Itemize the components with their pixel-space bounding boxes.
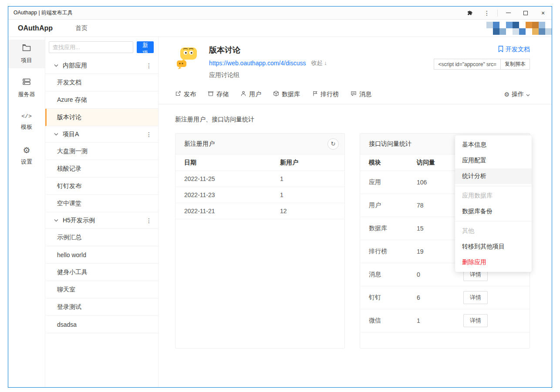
gear-icon: ⚙ [504, 91, 509, 98]
menu-section-other: 其他 [455, 223, 532, 239]
search-input[interactable] [49, 41, 133, 53]
main-content: 版本讨论 https://web.oauthapp.com/4/discuss … [159, 37, 552, 387]
app-header: 版本讨论 https://web.oauthapp.com/4/discuss … [159, 37, 552, 84]
detail-button[interactable]: 详情 [463, 314, 488, 327]
menu-item-basic-info[interactable]: 基本信息 [455, 137, 532, 153]
dev-docs-label: 开发文档 [506, 46, 530, 54]
actions-menu-trigger[interactable]: ⚙ 操作 [504, 90, 530, 98]
bookmark-icon [498, 46, 503, 54]
group-header-project-a[interactable]: 项目A ⋮ [45, 126, 158, 143]
group-menu-icon[interactable]: ⋮ [145, 62, 153, 69]
group-menu-icon[interactable]: ⋮ [145, 217, 153, 224]
code-icon: </> [21, 113, 31, 120]
tab-users[interactable]: 用户 [240, 90, 261, 98]
tab-ranking[interactable]: 排行榜 [312, 90, 339, 98]
menu-section-app-database: 应用数据库 [455, 188, 532, 204]
tab-label: 发布 [184, 90, 196, 98]
actions-label: 操作 [512, 90, 524, 98]
group-header-internal-apps[interactable]: 内部应用 ⋮ [45, 57, 158, 74]
app-list-item[interactable]: Azure 存储 [45, 91, 158, 109]
actions-dropdown-menu: 基本信息 应用配置 统计分析 应用数据库 数据库备份 其他 转移到其他项目 删除… [455, 135, 532, 272]
storage-icon [208, 90, 214, 98]
tab-label: 消息 [359, 90, 371, 98]
chevron-down-icon [54, 64, 58, 67]
server-icon [22, 78, 31, 87]
rail-item-projects[interactable]: 项目 [8, 40, 45, 68]
menu-item-stats-analysis[interactable]: 统计分析 [455, 168, 532, 184]
collapse-toggle[interactable]: 收起 ↓ [311, 59, 327, 67]
maximize-icon[interactable] [517, 7, 534, 20]
embed-script-box: <script id="appcore" src= 复制脚本 [434, 59, 530, 70]
app-list-item[interactable]: 健身小工具 [45, 264, 158, 281]
tab-database[interactable]: 数据库 [273, 90, 300, 98]
app-list-item[interactable]: 钉钉发布 [45, 178, 158, 195]
database-icon [273, 90, 279, 98]
folder-icon [22, 44, 31, 53]
table-row: 2022-11-231 [175, 187, 344, 203]
chevron-down-icon [526, 91, 530, 98]
dev-docs-link[interactable]: 开发文档 [498, 46, 530, 54]
tab-label: 用户 [249, 90, 261, 98]
extensions-icon[interactable] [461, 7, 478, 20]
close-icon[interactable]: × [534, 7, 552, 20]
app-url-link[interactable]: https://web.oauthapp.com/4/discuss [209, 60, 306, 67]
app-list-item[interactable]: 大盘测一测 [45, 143, 158, 160]
gear-icon: ⚙ [23, 146, 30, 154]
rail-item-servers[interactable]: 服务器 [8, 74, 45, 102]
app-window: OAuthapp | 前端发布工具 ⋮ × OAuthApp 首页 项目 [8, 6, 552, 388]
app-list-item[interactable]: 核酸记录 [45, 160, 158, 178]
menu-item-app-config[interactable]: 应用配置 [455, 153, 532, 168]
group-label: 项目A [63, 131, 145, 138]
table-row: 微信1 详情 [360, 309, 530, 332]
group-menu-icon[interactable]: ⋮ [145, 131, 153, 138]
group-header-h5-demos[interactable]: H5开发示例 ⋮ [45, 212, 158, 229]
menu-item-transfer-project[interactable]: 转移到其他项目 [455, 239, 532, 255]
nav-item-home[interactable]: 首页 [75, 24, 88, 32]
tab-storage[interactable]: 存储 [208, 90, 229, 98]
refresh-icon[interactable]: ↻ [327, 138, 339, 150]
app-list-item[interactable]: 开发文档 [45, 74, 158, 91]
rail-item-label: 设置 [21, 158, 32, 166]
app-list-sidebar: 新项目 内部应用 ⋮ 开发文档 Azure 存储 版本讨论 项目A ⋮ 大盘测一… [45, 37, 159, 387]
copy-script-button[interactable]: 复制脚本 [500, 59, 530, 69]
minimize-icon[interactable] [499, 7, 517, 20]
app-list-item[interactable]: 登录测试 [45, 298, 158, 316]
app-logo [175, 45, 199, 70]
external-link-icon [175, 90, 181, 98]
tab-publish[interactable]: 发布 [175, 90, 196, 98]
app-list-item-selected[interactable]: 版本讨论 [45, 109, 158, 126]
card-title: 接口访问量统计 [369, 140, 412, 148]
app-tabbar: 发布 存储 用户 数据库 排行榜 [159, 84, 552, 104]
rail-item-settings[interactable]: ⚙ 设置 [8, 141, 45, 170]
app-list-item[interactable]: dsadsa [45, 316, 158, 333]
menu-item-delete-app[interactable]: 删除应用 [455, 255, 532, 270]
tab-messages[interactable]: 消息 [351, 90, 371, 98]
group-label: H5开发示例 [63, 217, 145, 224]
tab-label: 排行榜 [320, 90, 339, 98]
app-list-item[interactable]: 聊天室 [45, 281, 158, 298]
ranking-icon [312, 90, 318, 98]
app-list-item[interactable]: hello world [45, 246, 158, 264]
table-row: 2022-11-251 [175, 171, 344, 187]
rail-item-templates[interactable]: </> 模板 [8, 107, 45, 136]
brand-pixel-logo [486, 22, 552, 35]
browser-menu-icon[interactable]: ⋮ [478, 7, 496, 20]
titlebar-divider [497, 10, 498, 17]
icon-rail: 项目 服务器 </> 模板 ⚙ 设置 [8, 37, 45, 387]
rail-item-label: 服务器 [18, 90, 35, 98]
window-title: OAuthapp | 前端发布工具 [8, 9, 73, 17]
app-list-item[interactable]: 示例汇总 [45, 229, 158, 246]
table-header: 日期 新用户 [175, 154, 344, 171]
menu-item-db-backup[interactable]: 数据库备份 [455, 204, 532, 219]
app-subtitle: 应用讨论组 [209, 71, 327, 79]
brand-logo-text[interactable]: OAuthApp [18, 24, 53, 32]
app-list-item[interactable]: 空中课堂 [45, 195, 158, 212]
user-icon [240, 90, 246, 98]
tab-label: 存储 [216, 90, 229, 98]
new-project-button[interactable]: 新项目 [137, 41, 154, 53]
card-title: 新注册用户 [184, 140, 215, 148]
titlebar: OAuthapp | 前端发布工具 ⋮ × [8, 7, 552, 20]
detail-button[interactable]: 详情 [463, 291, 488, 304]
script-snippet-text: <script id="appcore" src= [434, 59, 500, 69]
group-label: 内部应用 [63, 62, 145, 70]
